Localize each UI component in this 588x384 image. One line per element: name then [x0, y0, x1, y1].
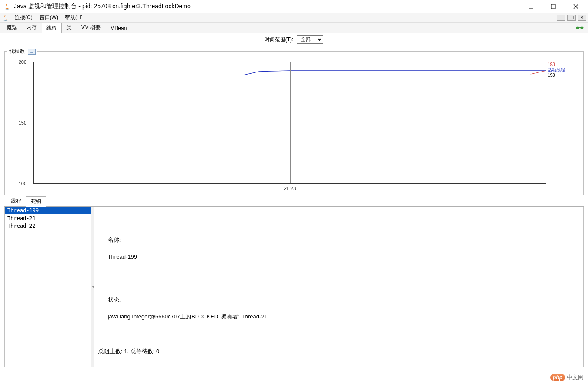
svg-rect-5 [581, 26, 584, 29]
x-tick: 21:23 [284, 186, 296, 191]
menu-connect[interactable]: 连接(C) [11, 13, 36, 22]
chart-y-axis: 200 150 100 [7, 62, 29, 184]
window-maximize-button[interactable] [545, 1, 562, 12]
chart-value-legend: 193 活动线程 193 [548, 62, 579, 78]
svg-rect-1 [551, 4, 555, 9]
subtab-deadlock[interactable]: 死锁 [26, 196, 46, 207]
mdi-close-button[interactable]: ✕ [578, 15, 586, 21]
detail-name-value: Thread-199 [108, 253, 137, 260]
time-range-row: 时间范围(T): 全部 [0, 33, 588, 46]
detail-counts: 总阻止数: 1, 总等待数: 0 [98, 347, 579, 356]
tab-vm-summary[interactable]: VM 概要 [76, 22, 105, 33]
window-minimize-button[interactable] [522, 1, 539, 12]
svg-rect-6 [579, 27, 581, 28]
split-grip-icon: ◂ [92, 285, 94, 289]
deadlock-thread-list[interactable]: Thread-199 Thread-21 Thread-22 [5, 207, 91, 367]
detail-state-label: 状态: [108, 296, 121, 303]
tab-classes[interactable]: 类 [62, 22, 76, 33]
svg-rect-4 [576, 26, 579, 29]
tab-memory[interactable]: 内存 [22, 22, 42, 33]
watermark-text: 中文网 [567, 374, 584, 381]
chart-live-label: 活动线程 [548, 67, 579, 73]
thread-count-chart-panel: 线程数 ︽ 200 150 100 21:23 193 活动线程 193 [4, 48, 584, 195]
chart-plot-area: 21:23 [33, 62, 546, 184]
main-tab-bar: 概览 内存 线程 类 VM 概要 MBean [0, 23, 588, 33]
menu-window[interactable]: 窗口(W) [36, 13, 62, 22]
detail-name-label: 名称: [108, 236, 121, 243]
deadlock-panel: Thread-199 Thread-21 Thread-22 ◂ 名称: Thr… [4, 207, 584, 367]
mdi-restore-button[interactable]: ❐ [567, 15, 576, 21]
chart-live-value: 193 [548, 73, 579, 78]
subtab-threads[interactable]: 线程 [6, 196, 26, 206]
tab-mbeans[interactable]: MBean [105, 23, 131, 33]
window-titlebar: Java 监视和管理控制台 - pid: 25708 cn.fighter3.T… [0, 0, 588, 13]
java-icon [2, 14, 9, 21]
chart-collapse-button[interactable]: ︽ [28, 49, 36, 55]
window-close-button[interactable] [567, 1, 585, 12]
time-range-label: 时间范围(T): [265, 36, 294, 43]
chart-legend-label: 线程数 [9, 48, 25, 54]
window-title: Java 监视和管理控制台 - pid: 25708 cn.fighter3.T… [14, 3, 522, 10]
thread-list-item[interactable]: Thread-21 [5, 214, 91, 222]
y-tick: 200 [19, 59, 26, 65]
thread-list-item[interactable]: Thread-199 [5, 207, 91, 214]
watermark-badge: php [550, 374, 565, 381]
menu-bar: 连接(C) 窗口(W) 帮助(H) ‗ ❐ ✕ [0, 13, 588, 23]
detail-state-value: java.lang.Integer@5660c707上的BLOCKED, 拥有者… [108, 313, 268, 320]
menu-help[interactable]: 帮助(H) [62, 13, 86, 22]
thread-list-item[interactable]: Thread-22 [5, 222, 91, 230]
time-range-select[interactable]: 全部 [297, 35, 323, 44]
sub-tab-bar: 线程 死锁 [4, 197, 584, 207]
mdi-minimize-button[interactable]: ‗ [557, 15, 565, 21]
watermark: php 中文网 [550, 374, 584, 381]
tab-overview[interactable]: 概览 [2, 22, 22, 33]
tab-threads[interactable]: 线程 [42, 23, 62, 33]
chart-vertical-gridline [290, 62, 291, 183]
chart-peak-value: 193 [548, 62, 579, 67]
connection-status-icon [576, 25, 584, 30]
java-icon [3, 3, 10, 10]
thread-detail-pane: 名称: Thread-199 状态: java.lang.Integer@566… [94, 207, 583, 367]
y-tick: 150 [19, 120, 26, 125]
y-tick: 100 [19, 181, 26, 186]
